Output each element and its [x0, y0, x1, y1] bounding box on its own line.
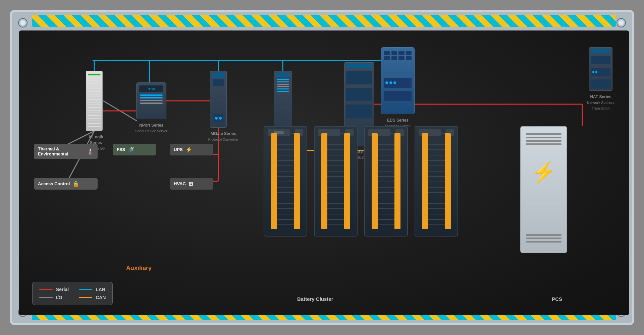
outer-frame: ioLogik Series Remote I/O NPort NPort Se… — [10, 10, 634, 325]
bolt-top-left — [18, 18, 28, 27]
rack-stripe-right — [394, 133, 400, 229]
nat-label: NAT Series Network Address Translation — [579, 94, 623, 111]
hvac-label: HVAC — [174, 181, 186, 186]
access-control-label: Access Control — [38, 181, 70, 186]
legend-io: I/O — [39, 295, 69, 300]
nport-label: NPort Series Serial Device Server — [133, 123, 170, 134]
access-control-box[interactable]: Access Control 🔒 — [34, 178, 98, 190]
power-icon: ⚡ — [185, 146, 192, 153]
rack-stripe-left — [321, 133, 327, 229]
battery-rack-4 — [415, 126, 458, 237]
rack-stripe-left — [422, 133, 428, 229]
bolt-top-right — [616, 18, 626, 27]
rack-stripe-right — [445, 133, 451, 229]
top-hazard-stripe — [32, 15, 616, 27]
thermal-box[interactable]: Thermal & Environmental 🌡️ — [34, 144, 98, 159]
svg-line-13 — [103, 101, 137, 121]
mgate-device — [210, 71, 227, 128]
thermometer-icon: 🌡️ — [87, 148, 94, 155]
legend-can: CAN — [79, 295, 106, 300]
lan-line — [79, 289, 92, 290]
rack-stripe-right — [344, 133, 350, 229]
serial-line — [39, 289, 53, 290]
legend-lan: LAN — [79, 287, 106, 292]
hvac-icon: ⊞ — [189, 181, 193, 187]
can-label: CAN — [96, 295, 106, 300]
legend-box: Serial LAN I/O CAN — [32, 282, 113, 305]
rack-stripe-right — [294, 133, 300, 229]
io-line — [39, 297, 53, 298]
pcs-box: ⚡ — [520, 126, 567, 253]
lan-label: LAN — [96, 287, 105, 292]
ups-label: UPS — [174, 147, 183, 152]
thermal-label: Thermal & Environmental — [38, 146, 84, 156]
hvac-box[interactable]: HVAC ⊞ — [170, 178, 213, 190]
iologik-device — [86, 71, 103, 131]
rack-stripe-left — [372, 133, 378, 229]
eds-device — [381, 47, 415, 114]
pcs-label: PCS — [552, 296, 562, 302]
inner-panel: ioLogik Series Remote I/O NPort NPort Se… — [19, 30, 629, 315]
battery-rack-3 — [364, 126, 408, 237]
battery-cluster-label: Battery Cluster — [297, 296, 333, 302]
fss-label: FSS — [117, 147, 125, 152]
serial-label: Serial — [56, 287, 69, 292]
can-line — [79, 297, 92, 298]
nat-device — [589, 47, 612, 91]
mgate-label: MGate Series Protocol Converter — [203, 131, 244, 142]
legend-serial: Serial — [39, 287, 69, 292]
ups-box[interactable]: UPS ⚡ — [170, 144, 213, 155]
auxiliary-label: Auxiliary — [126, 265, 152, 272]
rack-stripe-left — [271, 133, 277, 229]
battery-rack-2 — [314, 126, 358, 237]
nport-device: NPort — [136, 82, 166, 119]
fss-box[interactable]: FSS 🚿 — [113, 144, 156, 155]
battery-rack-1 — [264, 126, 307, 237]
fire-icon: 🚿 — [128, 146, 135, 153]
lock-icon: 🔒 — [72, 181, 79, 187]
io-label: I/O — [56, 295, 62, 300]
